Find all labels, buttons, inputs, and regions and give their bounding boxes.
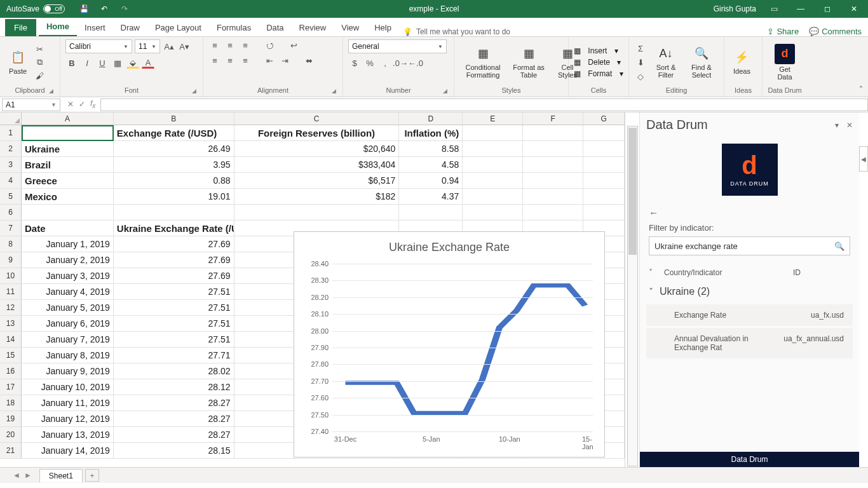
autosave-switch[interactable]: Off xyxy=(43,4,65,13)
font-size-combo[interactable]: 11▼ xyxy=(135,39,160,53)
comments-button[interactable]: 💬Comments xyxy=(809,27,862,36)
italic-icon[interactable]: I xyxy=(81,57,93,69)
cell[interactable]: Date xyxy=(22,220,114,236)
fill-icon[interactable]: ⬇ xyxy=(634,57,647,68)
cell[interactable]: 27.69 xyxy=(114,268,234,284)
percent-icon[interactable]: % xyxy=(363,57,376,69)
cell[interactable]: $383,404 xyxy=(234,157,400,173)
bold-icon[interactable]: B xyxy=(65,57,78,69)
font-color-icon[interactable]: A xyxy=(142,57,154,69)
pane-close-icon[interactable]: ✕ xyxy=(846,121,853,130)
cell[interactable]: January 3, 2019 xyxy=(22,268,114,284)
cell[interactable]: 3.95 xyxy=(114,157,234,173)
row-header[interactable]: 12 xyxy=(0,300,22,316)
indent-increase-icon[interactable]: ⇥ xyxy=(278,55,291,66)
cell[interactable] xyxy=(523,205,583,220)
row-header[interactable]: 6 xyxy=(0,205,22,220)
minimize-icon[interactable]: — xyxy=(792,0,810,18)
cell[interactable] xyxy=(399,205,463,220)
cell[interactable] xyxy=(583,125,625,141)
row-header[interactable]: 13 xyxy=(0,316,22,332)
cell[interactable] xyxy=(583,189,625,205)
cell[interactable] xyxy=(523,157,583,173)
cancel-formula-icon[interactable]: ✕ xyxy=(67,100,74,109)
pane-back-button[interactable]: ← xyxy=(640,207,859,223)
cell[interactable]: January 7, 2019 xyxy=(22,332,114,348)
row-header[interactable]: 2 xyxy=(0,141,22,157)
cell[interactable]: January 8, 2019 xyxy=(22,348,114,363)
redo-icon[interactable]: ↷ xyxy=(119,4,130,14)
chevron-down-icon[interactable]: ˅ xyxy=(649,268,658,277)
tab-view[interactable]: View xyxy=(334,19,367,36)
cell[interactable]: 4.37 xyxy=(399,189,463,205)
undo-icon[interactable]: ↶ xyxy=(99,4,109,14)
row-header[interactable]: 5 xyxy=(0,189,22,205)
column-header[interactable]: D xyxy=(399,112,463,125)
format-cells-button[interactable]: ▦ Format ▾ xyxy=(574,69,623,78)
cell[interactable]: January 10, 2019 xyxy=(22,379,114,395)
cell[interactable]: January 9, 2019 xyxy=(22,363,114,379)
row-header[interactable]: 15 xyxy=(0,348,22,363)
user-name[interactable]: Girish Gupta xyxy=(714,4,756,13)
cell[interactable]: 26.49 xyxy=(114,141,234,157)
row-header[interactable]: 1 xyxy=(0,125,22,141)
number-format-combo[interactable]: General▼ xyxy=(348,39,447,53)
cell[interactable]: 28.27 xyxy=(114,411,234,427)
cell[interactable] xyxy=(583,173,625,189)
share-button[interactable]: ⇪Share xyxy=(767,27,799,36)
cell[interactable]: 27.51 xyxy=(114,300,234,316)
cell[interactable] xyxy=(463,173,523,189)
row-header[interactable]: 19 xyxy=(0,411,22,427)
comma-icon[interactable]: , xyxy=(379,57,391,69)
cell[interactable]: January 5, 2019 xyxy=(22,300,114,316)
cell[interactable]: January 13, 2019 xyxy=(22,427,114,443)
cell[interactable]: January 4, 2019 xyxy=(22,284,114,300)
cell[interactable]: January 1, 2019 xyxy=(22,236,114,252)
autosum-icon[interactable]: Σ xyxy=(634,43,647,54)
cell[interactable]: Foreign Reserves (billion) xyxy=(234,125,400,141)
result-row[interactable]: Exchange Rateua_fx.usd xyxy=(646,304,853,326)
cell[interactable]: 27.51 xyxy=(114,284,234,300)
ideas-button[interactable]: ⚡Ideas xyxy=(729,48,754,76)
indent-decrease-icon[interactable]: ⇤ xyxy=(263,55,276,66)
enter-formula-icon[interactable]: ✓ xyxy=(79,100,85,109)
cell[interactable]: 27.51 xyxy=(114,316,234,332)
find-select-button[interactable]: 🔍Find & Select xyxy=(685,44,718,80)
select-all-corner[interactable] xyxy=(0,112,22,125)
sort-filter-button[interactable]: A↓Sort & Filter xyxy=(649,44,682,80)
result-group[interactable]: ˅Ukraine (2) xyxy=(640,281,859,302)
row-header[interactable]: 16 xyxy=(0,363,22,379)
cell[interactable] xyxy=(523,173,583,189)
alignment-launcher-icon[interactable]: ◢ xyxy=(332,88,336,94)
row-header[interactable]: 20 xyxy=(0,427,22,443)
align-left-icon[interactable]: ≡ xyxy=(208,55,221,66)
fill-color-icon[interactable]: ⬙ xyxy=(126,57,139,69)
row-header[interactable]: 14 xyxy=(0,332,22,348)
cell[interactable]: 19.01 xyxy=(114,189,234,205)
row-header[interactable]: 18 xyxy=(0,395,22,411)
insert-cells-button[interactable]: ▦ Insert ▾ xyxy=(574,46,623,55)
pane-menu-icon[interactable]: ▾ xyxy=(835,121,839,130)
clipboard-launcher-icon[interactable]: ◢ xyxy=(49,88,53,94)
tab-home[interactable]: Home xyxy=(39,18,77,36)
copy-icon[interactable]: ⧉ xyxy=(33,57,46,68)
maximize-icon[interactable]: ◻ xyxy=(818,0,836,18)
cell[interactable]: 28.12 xyxy=(114,379,234,395)
column-header[interactable]: C xyxy=(234,112,400,125)
result-row[interactable]: Annual Devaluation in Exchange Ratua_fx_… xyxy=(646,328,853,358)
column-header[interactable]: A xyxy=(22,112,114,125)
cell[interactable] xyxy=(22,125,114,141)
align-center-icon[interactable]: ≡ xyxy=(224,55,236,66)
cell[interactable]: Mexico xyxy=(22,189,114,205)
cut-icon[interactable]: ✂ xyxy=(33,43,46,55)
cell[interactable]: Exchange Rate (/USD) xyxy=(114,125,234,141)
embedded-chart[interactable]: Ukraine Exchange Rate 28.4028.3028.2028.… xyxy=(294,231,605,458)
cell[interactable]: 28.27 xyxy=(114,395,234,411)
format-as-table-button[interactable]: ▦Format as Table xyxy=(509,44,548,80)
autosave-toggle[interactable]: AutoSave Off xyxy=(0,4,71,13)
align-right-icon[interactable]: ≡ xyxy=(239,55,252,66)
cell[interactable]: January 12, 2019 xyxy=(22,411,114,427)
cell[interactable] xyxy=(523,141,583,157)
underline-icon[interactable]: U xyxy=(96,57,109,69)
increase-decimal-icon[interactable]: .0→ xyxy=(394,57,407,69)
